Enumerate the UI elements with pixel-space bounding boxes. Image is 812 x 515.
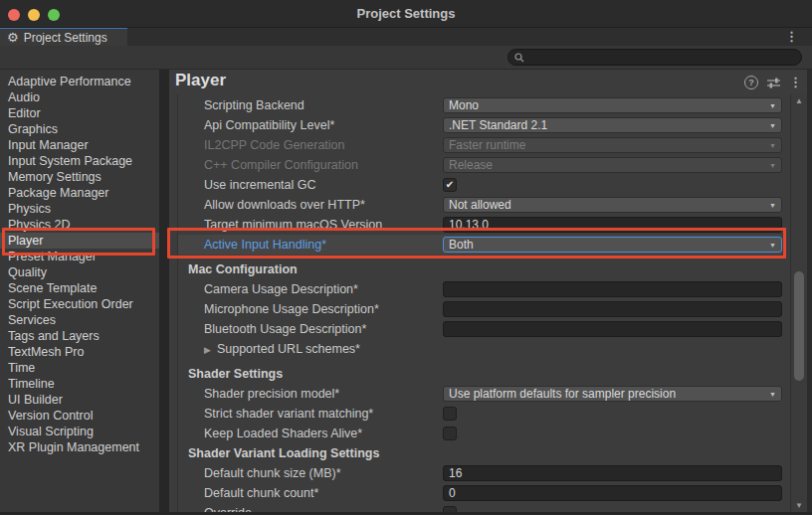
vertical-scrollbar[interactable]: ▲ ▼ xyxy=(790,94,807,512)
row-label-allow-downloads-over-http: Allow downloads over HTTP* xyxy=(204,198,443,212)
dropdown-value: Mono xyxy=(449,98,765,112)
sidebar: Adaptive PerformanceAudioEditorGraphicsI… xyxy=(0,70,159,515)
sidebar-item-tags-and-layers[interactable]: Tags and Layers xyxy=(0,328,159,344)
dropdown-value: Release xyxy=(449,158,765,172)
settings-list: Scripting BackendMono▼Api Compatibility … xyxy=(177,94,782,515)
row-label-default-chunk-size-mb: Default chunk size (MB)* xyxy=(204,466,443,480)
sidebar-item-memory-settings[interactable]: Memory Settings xyxy=(0,169,159,185)
sidebar-item-time[interactable]: Time xyxy=(0,360,159,376)
settings-row-microphone-usage-description: Microphone Usage Description* xyxy=(178,299,782,319)
sidebar-item-visual-scripting[interactable]: Visual Scripting xyxy=(0,424,159,439)
row-label-camera-usage-description: Camera Usage Description* xyxy=(204,282,443,296)
foldout-arrow-icon[interactable]: ▶ xyxy=(204,345,211,355)
gear-icon: ⚙ xyxy=(7,30,19,45)
row-label-microphone-usage-description: Microphone Usage Description* xyxy=(204,302,443,316)
sidebar-item-preset-manager[interactable]: Preset Manager xyxy=(0,249,159,264)
dropdown-value: Faster runtime xyxy=(449,138,765,152)
row-label-api-compatibility-level: Api Compatibility Level* xyxy=(204,118,443,132)
settings-row-api-compatibility-level: Api Compatibility Level*.NET Standard 2.… xyxy=(178,115,782,135)
microphone-usage-description-field[interactable] xyxy=(443,301,782,317)
sidebar-item-player[interactable]: Player xyxy=(0,233,159,249)
sidebar-item-scene-template[interactable]: Scene Template xyxy=(0,280,159,296)
chevron-down-icon: ▼ xyxy=(769,242,776,249)
sidebar-item-ui-builder[interactable]: UI Builder xyxy=(0,392,159,408)
section-mac-configuration: Mac Configuration xyxy=(178,259,782,279)
scroll-up-icon[interactable]: ▲ xyxy=(791,96,807,106)
settings-row-supported-url-schemes[interactable]: ▶Supported URL schemes* xyxy=(178,339,782,359)
scripting-backend-dropdown[interactable]: Mono▼ xyxy=(443,97,782,113)
dropdown-value: Use platform defaults for sampler precis… xyxy=(449,387,765,401)
chevron-down-icon: ▼ xyxy=(769,102,776,109)
settings-row-keep-loaded-shaders-alive: Keep Loaded Shaders Alive* xyxy=(178,424,782,443)
bluetooth-usage-description-field[interactable] xyxy=(443,321,782,337)
sidebar-item-physics-2d[interactable]: Physics 2D xyxy=(0,217,159,233)
sidebar-item-timeline[interactable]: Timeline xyxy=(0,376,159,392)
row-label-shader-precision-model: Shader precision model* xyxy=(204,387,443,401)
sidebar-item-quality[interactable]: Quality xyxy=(0,264,159,280)
sidebar-item-input-manager[interactable]: Input Manager xyxy=(0,137,159,153)
settings-row-scripting-backend: Scripting BackendMono▼ xyxy=(178,95,782,115)
chevron-down-icon: ▼ xyxy=(769,162,776,169)
row-control xyxy=(443,427,782,440)
header-icons: ? ⋮ xyxy=(744,76,802,89)
search-input[interactable] xyxy=(528,50,801,65)
dropdown-value: .NET Standard 2.1 xyxy=(449,118,765,132)
sidebar-item-adaptive-performance[interactable]: Adaptive Performance xyxy=(0,74,159,89)
scrollbar-thumb[interactable] xyxy=(794,271,804,381)
tab-menu-icon[interactable]: ⋮ xyxy=(785,29,798,44)
row-control xyxy=(443,301,782,317)
window-body: Adaptive PerformanceAudioEditorGraphicsI… xyxy=(0,70,812,515)
sidebar-item-services[interactable]: Services xyxy=(0,312,159,328)
tab-project-settings[interactable]: ⚙ Project Settings xyxy=(0,29,127,46)
sidebar-item-xr-plugin-management[interactable]: XR Plugin Management xyxy=(0,439,159,455)
scroll-down-icon[interactable]: ▼ xyxy=(791,501,807,511)
help-icon[interactable]: ? xyxy=(744,76,758,89)
default-chunk-count-field[interactable]: 0 xyxy=(443,485,782,501)
il2cpp-code-generation-dropdown: Faster runtime▼ xyxy=(443,137,782,153)
presets-icon[interactable] xyxy=(767,78,780,88)
settings-row-active-input-handling: Active Input Handling*Both▼ xyxy=(178,235,782,255)
allow-downloads-over-http-dropdown[interactable]: Not allowed▼ xyxy=(443,197,782,213)
section-shader-settings: Shader Settings xyxy=(178,364,782,384)
search-box[interactable] xyxy=(508,49,802,66)
default-chunk-size-mb-field[interactable]: 16 xyxy=(443,465,782,481)
camera-usage-description-field[interactable] xyxy=(443,281,782,297)
sidebar-item-script-execution-order[interactable]: Script Execution Order xyxy=(0,296,159,312)
panel-menu-icon[interactable]: ⋮ xyxy=(789,76,802,89)
settings-row-strict-shader-variant-matching: Strict shader variant matching* xyxy=(178,404,782,424)
row-control: Not allowed▼ xyxy=(443,197,782,213)
sidebar-item-physics[interactable]: Physics xyxy=(0,201,159,217)
c-compiler-configuration-dropdown: Release▼ xyxy=(443,157,782,173)
use-incremental-gc-checkbox[interactable]: ✔ xyxy=(443,178,457,192)
shader-precision-model-dropdown[interactable]: Use platform defaults for sampler precis… xyxy=(443,386,782,402)
keep-loaded-shaders-alive-checkbox[interactable] xyxy=(443,427,457,440)
sidebar-item-package-manager[interactable]: Package Manager xyxy=(0,185,159,201)
sidebar-item-graphics[interactable]: Graphics xyxy=(0,121,159,137)
chevron-down-icon: ▼ xyxy=(769,122,776,129)
api-compatibility-level-dropdown[interactable]: .NET Standard 2.1▼ xyxy=(443,117,782,133)
dropdown-value: Both xyxy=(449,238,765,252)
sidebar-splitter[interactable] xyxy=(159,70,169,515)
row-control: Release▼ xyxy=(443,157,782,173)
row-label-bluetooth-usage-description: Bluetooth Usage Description* xyxy=(204,322,443,336)
sidebar-item-version-control[interactable]: Version Control xyxy=(0,408,159,424)
project-settings-window: Project Settings ⚙ Project Settings ⋮ Ad… xyxy=(0,0,812,515)
settings-row-default-chunk-size-mb: Default chunk size (MB)*16 xyxy=(178,463,782,483)
settings-row-il2cpp-code-generation: IL2CPP Code GenerationFaster runtime▼ xyxy=(178,135,782,155)
active-input-handling-dropdown[interactable]: Both▼ xyxy=(443,237,782,253)
chevron-down-icon: ▼ xyxy=(769,202,776,209)
settings-row-allow-downloads-over-http: Allow downloads over HTTP*Not allowed▼ xyxy=(178,195,782,215)
sidebar-item-editor[interactable]: Editor xyxy=(0,105,159,121)
settings-row-use-incremental-gc: Use incremental GC✔ xyxy=(178,175,782,195)
row-label-il2cpp-code-generation: IL2CPP Code Generation xyxy=(204,138,443,152)
sidebar-item-input-system-package[interactable]: Input System Package xyxy=(0,153,159,169)
row-control xyxy=(443,407,782,421)
row-label-default-chunk-count: Default chunk count* xyxy=(204,486,443,500)
row-control: Use platform defaults for sampler precis… xyxy=(443,386,782,402)
settings-row-c-compiler-configuration: C++ Compiler ConfigurationRelease▼ xyxy=(178,155,782,175)
row-label-use-incremental-gc: Use incremental GC xyxy=(204,178,443,192)
strict-shader-variant-matching-checkbox[interactable] xyxy=(443,407,457,421)
target-minimum-macos-version-field[interactable]: 10.13.0 xyxy=(443,217,782,233)
sidebar-item-textmesh-pro[interactable]: TextMesh Pro xyxy=(0,344,159,360)
sidebar-item-audio[interactable]: Audio xyxy=(0,89,159,105)
